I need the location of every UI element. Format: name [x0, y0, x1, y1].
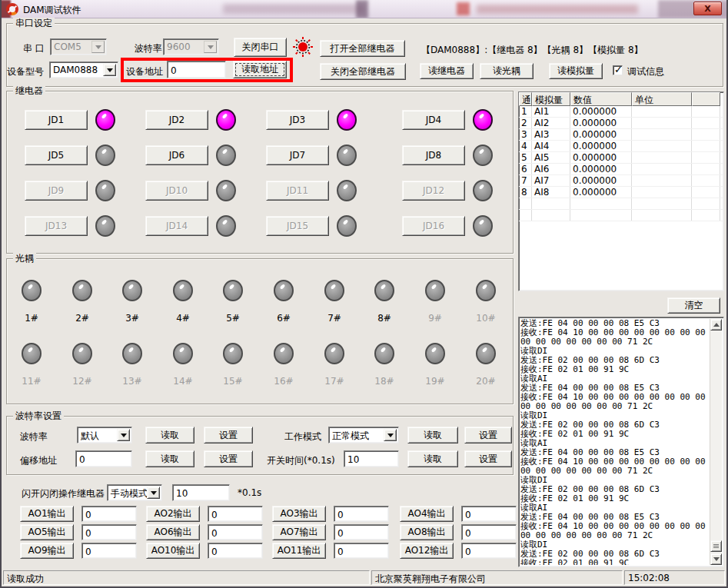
analog-col-header[interactable]: 通 [519, 92, 532, 106]
ao-output-button-5[interactable]: AO5输出 [20, 524, 74, 540]
ao-output-button-7[interactable]: AO7输出 [272, 524, 326, 540]
relay-button-jd5[interactable]: JD5 [25, 145, 88, 165]
opto-led-off [223, 280, 243, 301]
relay-button-jd6[interactable]: JD6 [145, 145, 208, 165]
analog-col-header[interactable] [692, 92, 720, 106]
ao-output-input-5[interactable] [81, 524, 137, 540]
relay-cell: JD12 [402, 180, 517, 201]
relay-button-jd12[interactable]: JD12 [402, 181, 465, 201]
check-icon: ✓ [614, 64, 623, 75]
offset-read-button[interactable]: 读取 [145, 450, 194, 467]
work-mode-select[interactable]: 正常模式 [328, 427, 399, 443]
ao-output-input-3[interactable] [334, 506, 389, 522]
analog-input-table[interactable]: 通模拟量数值单位 1AI10.0000002AI20.0000003AI30.0… [518, 91, 724, 291]
relay-button-jd1[interactable]: JD1 [25, 110, 88, 130]
relay-button-jd7[interactable]: JD7 [266, 145, 329, 165]
table-row[interactable]: 3AI30.000000 [519, 129, 723, 141]
debug-info-checkbox[interactable]: ✓ [613, 65, 623, 75]
relay-button-jd16[interactable]: JD16 [402, 216, 465, 236]
ao-output-button-3[interactable]: AO3输出 [272, 506, 326, 522]
ao-output-button-8[interactable]: AO8输出 [400, 524, 454, 540]
ao-output-button-1[interactable]: AO1输出 [20, 506, 74, 522]
baud-set-button[interactable]: 设置 [204, 427, 253, 443]
table-row[interactable]: 5AI50.000000 [519, 152, 723, 164]
close-serial-button[interactable]: 关闭串口 [234, 38, 287, 57]
table-row[interactable]: 6AI60.000000 [519, 164, 723, 175]
ao-output-input-1[interactable] [81, 506, 137, 522]
clear-log-button[interactable]: 清空 [667, 297, 720, 314]
ao-output-input-8[interactable] [461, 524, 517, 540]
analog-col-header[interactable]: 模拟量 [532, 92, 570, 106]
relay-button-jd4[interactable]: JD4 [402, 110, 465, 130]
relay-button-jd8[interactable]: JD8 [402, 145, 465, 165]
device-model-select[interactable]: DAM0888 [49, 61, 118, 78]
relay-button-jd9[interactable]: JD9 [25, 181, 88, 201]
open-all-relays-button[interactable]: 打开全部继电器 [320, 40, 405, 57]
table-row[interactable]: 8AI80.000000 [519, 187, 723, 198]
scrollbar-thumb[interactable] [710, 540, 722, 552]
scroll-down-button[interactable] [710, 553, 722, 565]
baud-read-button[interactable]: 读取 [145, 427, 194, 443]
ao-output-input-4[interactable] [461, 506, 517, 522]
ao-output-input-10[interactable] [208, 543, 263, 559]
table-cell [692, 118, 720, 128]
read-opto-button[interactable]: 读光耦 [480, 63, 534, 79]
analog-col-header[interactable]: 数值 [570, 92, 632, 106]
ao-output-button-6[interactable]: AO6输出 [146, 524, 200, 540]
log-scrollbar[interactable] [710, 319, 722, 565]
relay-led-on [337, 109, 357, 131]
close-all-relays-button[interactable]: 关闭全部继电器 [320, 63, 406, 80]
ao-output-button-12[interactable]: AO12输出 [400, 543, 454, 559]
offset-address-input[interactable] [75, 450, 132, 467]
relay-button-jd15[interactable]: JD15 [266, 216, 329, 236]
ao-output-button-9[interactable]: AO9输出 [20, 543, 74, 559]
opto-cell: 6# [262, 280, 305, 324]
ao-output-button-10[interactable]: AO10输出 [146, 543, 200, 559]
table-row[interactable]: 4AI40.000000 [519, 141, 723, 152]
table-row[interactable]: 2AI20.000000 [519, 118, 723, 129]
table-row[interactable] [519, 210, 723, 221]
ao-output-input-12[interactable] [461, 543, 517, 559]
ao-output-button-2[interactable]: AO2输出 [146, 506, 200, 522]
table-row[interactable] [519, 198, 723, 210]
relay-cell: JD13 [25, 215, 140, 237]
ao-output-input-9[interactable] [81, 543, 137, 559]
ao-output-input-7[interactable] [334, 524, 389, 540]
relay-button-jd11[interactable]: JD11 [266, 181, 329, 201]
ao-output-input-2[interactable] [208, 506, 263, 522]
work-mode-set-button[interactable]: 设置 [464, 427, 512, 443]
device-address-label: 设备地址 [126, 65, 163, 78]
ao-output-button-11[interactable]: AO11输出 [272, 543, 326, 559]
relay-button-jd2[interactable]: JD2 [145, 110, 208, 130]
analog-col-header[interactable]: 单位 [632, 92, 692, 106]
baud-set-select[interactable]: 默认 [77, 427, 132, 443]
device-address-input[interactable] [167, 61, 226, 78]
relay-button-jd13[interactable]: JD13 [25, 216, 88, 236]
switch-time-input[interactable] [344, 450, 399, 467]
table-cell [692, 187, 720, 198]
work-mode-read-button[interactable]: 读取 [407, 427, 458, 443]
switch-time-read-button[interactable]: 读取 [407, 450, 458, 467]
ao-output-input-11[interactable] [334, 543, 389, 559]
relay-button-jd10[interactable]: JD10 [145, 181, 208, 201]
switch-time-set-button[interactable]: 设置 [464, 450, 512, 467]
flash-time-input[interactable] [172, 484, 230, 501]
table-row[interactable]: 1AI10.000000 [519, 106, 723, 118]
read-relay-button[interactable]: 读继电器 [420, 63, 474, 79]
scroll-up-button[interactable] [710, 319, 722, 331]
flash-mode-select[interactable]: 手动模式 [107, 484, 162, 501]
close-button[interactable]: X [693, 2, 722, 15]
ao-output-input-6[interactable] [208, 524, 263, 540]
opto-cell: 14# [161, 343, 204, 387]
relay-button-jd3[interactable]: JD3 [266, 110, 329, 130]
read-address-button[interactable]: 读取地址 [233, 61, 287, 78]
table-row[interactable]: 7AI70.000000 [519, 175, 723, 187]
debug-log-box[interactable]: 发送:FE 04 00 00 00 08 E5 C3 接收:FE 04 10 0… [518, 317, 724, 567]
opto-led-off [425, 343, 445, 364]
table-cell: 0.000000 [570, 118, 632, 128]
ao-output-button-4[interactable]: AO4输出 [400, 506, 454, 522]
read-analog-button[interactable]: 读模拟量 [549, 63, 603, 79]
relay-button-jd14[interactable]: JD14 [145, 216, 208, 236]
offset-set-button[interactable]: 设置 [204, 450, 253, 467]
relay-cell: JD6 [145, 145, 261, 166]
